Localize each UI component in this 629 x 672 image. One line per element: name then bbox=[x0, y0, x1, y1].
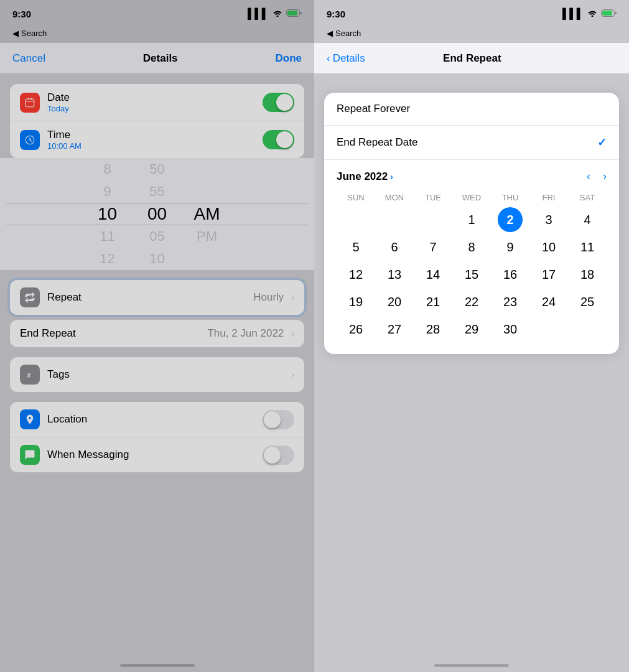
day-cell-25[interactable]: 22 bbox=[452, 289, 491, 314]
day-cell-13[interactable]: 10 bbox=[529, 235, 568, 259]
day-20[interactable]: 20 bbox=[388, 289, 401, 314]
day-15[interactable]: 15 bbox=[465, 262, 478, 287]
weekday-wed: WED bbox=[452, 193, 491, 202]
day-2[interactable]: 2 bbox=[498, 207, 523, 232]
date-row[interactable]: Date Today bbox=[10, 84, 304, 121]
day-8[interactable]: 8 bbox=[468, 235, 475, 259]
time-row[interactable]: Time 10:00 AM bbox=[10, 121, 304, 158]
day-cell-5[interactable]: 2 bbox=[491, 207, 529, 232]
day-cell-14[interactable]: 11 bbox=[568, 235, 607, 259]
end-repeat-item[interactable]: End Repeat Thu, 2 Jun 2022 › bbox=[10, 320, 304, 347]
day-cell-18[interactable]: 15 bbox=[452, 262, 491, 287]
left-panel: 9:30 ▌▌▌ ◀ Search Cancel Details Done bbox=[0, 0, 314, 672]
day-cell-30[interactable]: 27 bbox=[375, 317, 414, 342]
tags-row[interactable]: # Tags › bbox=[10, 357, 304, 392]
day-cell-4[interactable]: 1 bbox=[452, 207, 491, 232]
day-28[interactable]: 28 bbox=[426, 317, 440, 342]
day-4[interactable]: 4 bbox=[584, 207, 590, 232]
battery-icon-right bbox=[601, 8, 617, 19]
hours-column[interactable]: 8 9 10 11 12 bbox=[83, 158, 133, 270]
svg-rect-1 bbox=[287, 11, 297, 16]
search-back-right[interactable]: ◀ Search bbox=[314, 27, 629, 43]
when-messaging-row[interactable]: When Messaging bbox=[10, 437, 304, 472]
day-21[interactable]: 21 bbox=[426, 289, 440, 314]
cancel-button[interactable]: Cancel bbox=[12, 52, 45, 65]
day-13[interactable]: 13 bbox=[388, 262, 401, 287]
day-12[interactable]: 12 bbox=[349, 262, 363, 287]
when-messaging-toggle[interactable] bbox=[263, 446, 294, 465]
day-cell-15[interactable]: 12 bbox=[337, 262, 375, 287]
day-cell-26[interactable]: 23 bbox=[491, 289, 529, 314]
day-cell-27[interactable]: 24 bbox=[529, 289, 568, 314]
date-icon bbox=[20, 93, 40, 113]
day-cell-28[interactable]: 25 bbox=[568, 289, 607, 314]
day-1[interactable]: 1 bbox=[468, 207, 475, 232]
period-column[interactable]: AM PM bbox=[182, 158, 232, 270]
prev-month-button[interactable]: ‹ bbox=[587, 170, 590, 183]
date-toggle[interactable] bbox=[263, 93, 294, 112]
day-17[interactable]: 17 bbox=[542, 262, 556, 287]
location-row[interactable]: Location bbox=[10, 402, 304, 437]
back-button[interactable]: ‹ Details bbox=[327, 52, 365, 65]
month-year-button[interactable]: June 2022 › bbox=[337, 170, 393, 183]
date-label: Date bbox=[47, 91, 263, 104]
tags-section: # Tags › bbox=[10, 357, 304, 392]
day-6[interactable]: 6 bbox=[391, 235, 398, 259]
end-repeat-row[interactable]: End Repeat Thu, 2 Jun 2022 › bbox=[10, 320, 304, 347]
end-repeat-date-option[interactable]: End Repeat Date ✓ bbox=[324, 126, 619, 159]
day-18[interactable]: 18 bbox=[580, 262, 594, 287]
day-cell-24[interactable]: 21 bbox=[414, 289, 452, 314]
hour-12: 12 bbox=[83, 248, 133, 270]
day-cell-3 bbox=[414, 207, 452, 232]
day-16[interactable]: 16 bbox=[503, 262, 517, 287]
day-cell-17[interactable]: 14 bbox=[414, 262, 452, 287]
minutes-column[interactable]: 50 55 00 05 10 bbox=[133, 158, 182, 270]
search-back-left[interactable]: ◀ Search bbox=[0, 27, 314, 43]
day-cell-32[interactable]: 29 bbox=[452, 317, 491, 342]
day-29[interactable]: 29 bbox=[465, 317, 478, 342]
day-cell-21[interactable]: 18 bbox=[568, 262, 607, 287]
next-month-button[interactable]: › bbox=[603, 170, 607, 183]
search-back-text-right: Search bbox=[335, 29, 361, 38]
day-cell-19[interactable]: 16 bbox=[491, 262, 529, 287]
day-cell-11[interactable]: 8 bbox=[452, 235, 491, 259]
time-toggle[interactable] bbox=[263, 130, 294, 149]
repeat-forever-option[interactable]: Repeat Forever bbox=[324, 93, 619, 126]
day-10[interactable]: 10 bbox=[542, 235, 556, 259]
day-24[interactable]: 24 bbox=[542, 289, 556, 314]
repeat-row[interactable]: Repeat Hourly › bbox=[10, 280, 304, 315]
day-cell-33[interactable]: 30 bbox=[491, 317, 529, 342]
day-26[interactable]: 26 bbox=[349, 317, 363, 342]
day-cell-23[interactable]: 20 bbox=[375, 289, 414, 314]
day-cell-22[interactable]: 19 bbox=[337, 289, 375, 314]
day-cell-31[interactable]: 28 bbox=[414, 317, 452, 342]
time-toggle-thumb bbox=[276, 131, 293, 148]
day-22[interactable]: 22 bbox=[465, 289, 478, 314]
repeat-section[interactable]: Repeat Hourly › bbox=[10, 280, 304, 315]
day-cell-16[interactable]: 13 bbox=[375, 262, 414, 287]
day-11[interactable]: 11 bbox=[580, 235, 594, 259]
location-toggle[interactable] bbox=[263, 410, 294, 429]
day-cell-20[interactable]: 17 bbox=[529, 262, 568, 287]
day-cell-29[interactable]: 26 bbox=[337, 317, 375, 342]
day-cell-8[interactable]: 5 bbox=[337, 235, 375, 259]
day-7[interactable]: 7 bbox=[429, 235, 436, 259]
day-cell-9[interactable]: 6 bbox=[375, 235, 414, 259]
done-button[interactable]: Done bbox=[275, 52, 302, 65]
day-5[interactable]: 5 bbox=[352, 235, 359, 259]
day-3[interactable]: 3 bbox=[545, 207, 552, 232]
day-14[interactable]: 14 bbox=[426, 262, 440, 287]
day-30[interactable]: 30 bbox=[503, 317, 517, 342]
day-cell-6[interactable]: 3 bbox=[529, 207, 568, 232]
day-25[interactable]: 25 bbox=[580, 289, 594, 314]
day-cell-12[interactable]: 9 bbox=[491, 235, 529, 259]
day-9[interactable]: 9 bbox=[506, 235, 513, 259]
repeat-chevron: › bbox=[291, 292, 294, 302]
time-picker[interactable]: 8 9 10 11 12 50 55 00 05 10 AM PM bbox=[0, 158, 314, 270]
day-27[interactable]: 27 bbox=[388, 317, 401, 342]
end-repeat-label: End Repeat bbox=[20, 327, 207, 340]
day-23[interactable]: 23 bbox=[503, 289, 517, 314]
day-19[interactable]: 19 bbox=[349, 289, 363, 314]
day-cell-10[interactable]: 7 bbox=[414, 235, 452, 259]
day-cell-7[interactable]: 4 bbox=[568, 207, 607, 232]
